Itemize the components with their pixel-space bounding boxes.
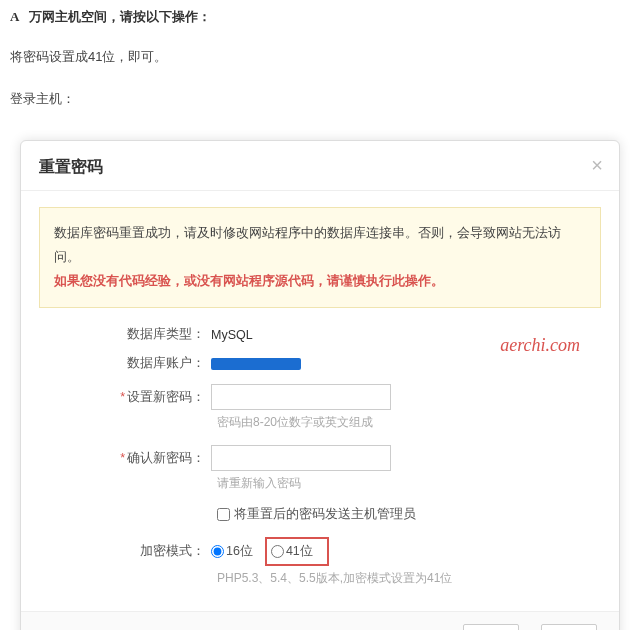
- radio-16-option[interactable]: 16位: [211, 543, 253, 560]
- heading-text: 万网主机空间，请按以下操作：: [29, 9, 211, 24]
- send-admin-checkbox[interactable]: [217, 508, 230, 521]
- send-admin-label: 将重置后的密码发送主机管理员: [234, 506, 416, 523]
- radio-41-input[interactable]: [271, 545, 284, 558]
- subtitle-text: 登录主机：: [0, 72, 640, 114]
- radio-16-label: 16位: [226, 543, 253, 560]
- hint-encrypt: PHP5.3、5.4、5.5版本,加密模式设置为41位: [217, 570, 452, 587]
- modal-title: 重置密码: [39, 158, 103, 175]
- label-confirm-password: *确认新密码：: [39, 450, 211, 467]
- confirm-button[interactable]: 确定: [463, 624, 519, 630]
- close-icon[interactable]: ×: [591, 155, 603, 175]
- confirm-password-input[interactable]: [211, 445, 391, 471]
- label-db-account: 数据库账户：: [39, 355, 211, 372]
- cancel-button[interactable]: 取消: [541, 624, 597, 630]
- warning-line1: 数据库密码重置成功，请及时修改网站程序中的数据库连接串。否则，会导致网站无法访问…: [54, 222, 586, 270]
- new-password-input[interactable]: [211, 384, 391, 410]
- section-heading: A 万网主机空间，请按以下操作：: [0, 0, 640, 34]
- label-encrypt-mode: 加密模式：: [39, 543, 211, 560]
- row-encrypt-mode: 加密模式： 16位 41位: [39, 537, 601, 566]
- label-new-password: *设置新密码：: [39, 389, 211, 406]
- radio-41-label: 41位: [286, 543, 313, 560]
- radio-41-option[interactable]: 41位: [271, 543, 313, 560]
- instruction-text: 将密码设置成41位，即可。: [0, 34, 640, 72]
- redacted-account: [211, 358, 301, 370]
- watermark-text: aerchi.com: [500, 335, 580, 356]
- row-send-admin: 将重置后的密码发送主机管理员: [217, 506, 601, 523]
- warning-box: 数据库密码重置成功，请及时修改网站程序中的数据库连接串。否则，会导致网站无法访问…: [39, 207, 601, 308]
- hint-new-password: 密码由8-20位数字或英文组成: [217, 414, 373, 431]
- row-new-password: *设置新密码：: [39, 384, 601, 410]
- modal-footer: 确定 取消: [21, 611, 619, 630]
- row-db-account: 数据库账户：: [39, 355, 601, 372]
- reset-password-modal: 重置密码 × 数据库密码重置成功，请及时修改网站程序中的数据库连接串。否则，会导…: [20, 140, 620, 630]
- value-db-account: [211, 357, 301, 371]
- hint-row-confirm-password: 请重新输入密码: [39, 475, 601, 492]
- row-confirm-password: *确认新密码：: [39, 445, 601, 471]
- modal-header: 重置密码 ×: [21, 141, 619, 191]
- hint-row-new-password: 密码由8-20位数字或英文组成: [39, 414, 601, 431]
- modal-body: 数据库密码重置成功，请及时修改网站程序中的数据库连接串。否则，会导致网站无法访问…: [21, 191, 619, 611]
- hint-confirm-password: 请重新输入密码: [217, 475, 301, 492]
- radio-16-input[interactable]: [211, 545, 224, 558]
- encrypt-radio-group: 16位 41位: [211, 537, 329, 566]
- value-db-type: MySQL: [211, 328, 253, 342]
- heading-prefix: A: [10, 9, 19, 24]
- hint-row-encrypt: PHP5.3、5.4、5.5版本,加密模式设置为41位: [39, 570, 601, 587]
- warning-line2: 如果您没有代码经验，或没有网站程序源代码，请谨慎执行此操作。: [54, 270, 586, 294]
- label-db-type: 数据库类型：: [39, 326, 211, 343]
- highlight-41-box: 41位: [265, 537, 329, 566]
